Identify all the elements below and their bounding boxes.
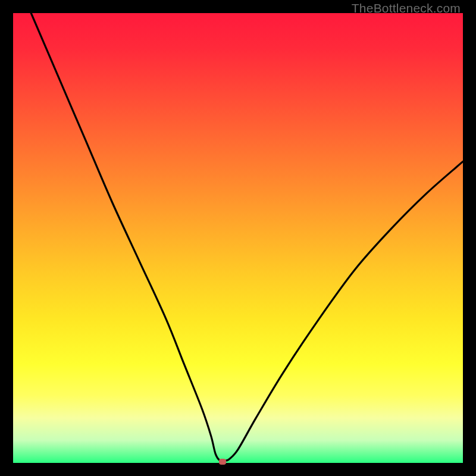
chart-frame: TheBottleneck.com (0, 0, 476, 476)
minimum-marker (219, 459, 226, 465)
curve-svg (13, 13, 463, 463)
plot-area (13, 13, 463, 463)
bottleneck-curve (31, 13, 463, 461)
